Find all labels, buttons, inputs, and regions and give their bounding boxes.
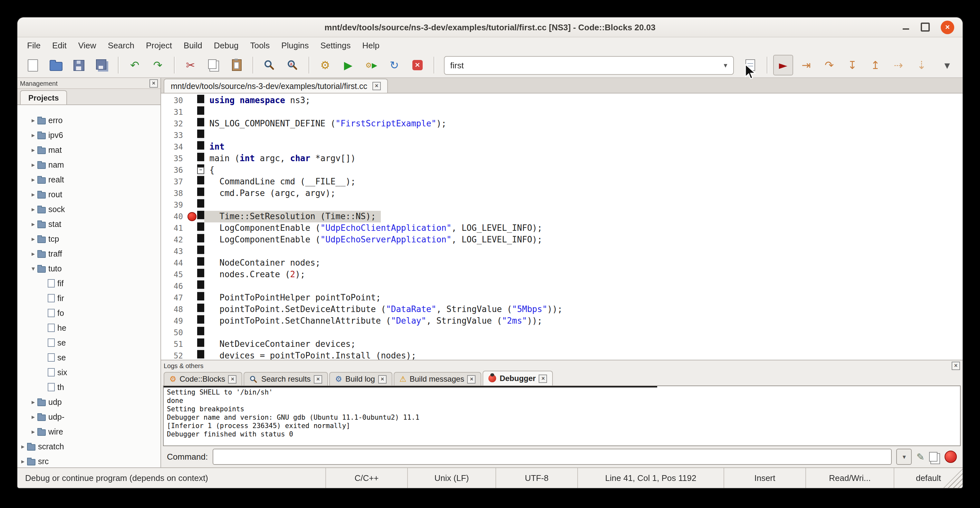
tree-item-mat[interactable]: ▸mat <box>18 142 161 157</box>
chevron-expanded-icon[interactable]: ▾ <box>29 265 37 272</box>
tab-close-icon[interactable]: × <box>314 375 322 383</box>
menu-view[interactable]: View <box>73 39 102 51</box>
breakpoint-margin[interactable] <box>187 188 197 199</box>
code-text[interactable] <box>204 327 215 338</box>
chevron-collapsed-icon[interactable]: ▸ <box>29 132 37 139</box>
copy-button[interactable] <box>203 55 224 75</box>
chevron-collapsed-icon[interactable]: ▸ <box>19 458 27 465</box>
code-text[interactable] <box>204 107 215 118</box>
code-text[interactable]: pointToPoint.SetDeviceAttribute ("DataRa… <box>204 304 568 315</box>
tree-item-realt[interactable]: ▸realt <box>18 172 161 187</box>
chevron-collapsed-icon[interactable]: ▸ <box>29 176 37 183</box>
breakpoint-margin[interactable] <box>187 153 197 164</box>
new-file-button[interactable] <box>22 55 43 75</box>
tree-item-se[interactable]: se <box>18 335 161 350</box>
code-text[interactable]: cmd.Parse (argc, argv); <box>204 188 340 199</box>
code-text[interactable]: pointToPoint.SetChannelAttribute ("Delay… <box>204 315 547 327</box>
breakpoint-margin[interactable] <box>187 292 197 304</box>
logs-tab-code-blocks[interactable]: ⚙Code::Blocks× <box>164 372 243 385</box>
chevron-collapsed-icon[interactable]: ▸ <box>29 428 37 435</box>
code-text[interactable]: devices = pointToPoint.Install (nodes); <box>204 350 422 360</box>
toolbar-overflow-button[interactable]: ▾ <box>937 55 958 75</box>
code-text[interactable]: main (int argc, char *argv[]) <box>204 153 361 164</box>
code-text[interactable]: PointToPointHelper pointToPoint; <box>204 292 386 304</box>
tree-item-rout[interactable]: ▸rout <box>18 187 161 202</box>
breakpoint-margin[interactable] <box>187 234 197 245</box>
breakpoint-margin[interactable] <box>187 141 197 153</box>
command-input[interactable] <box>212 449 892 465</box>
logs-tab-debugger[interactable]: Debugger× <box>483 371 553 385</box>
next-instruction-button[interactable]: ⇢ <box>888 55 909 75</box>
copy-log-icon[interactable] <box>929 452 937 461</box>
code-text[interactable]: NodeContainer nodes; <box>204 257 325 269</box>
breakpoint-margin[interactable] <box>187 315 197 327</box>
chevron-collapsed-icon[interactable]: ▸ <box>29 250 37 257</box>
tab-projects[interactable]: Projects <box>20 90 67 104</box>
breakpoint-margin[interactable] <box>187 118 197 130</box>
breakpoint-margin[interactable] <box>187 245 197 257</box>
breakpoint-margin[interactable] <box>187 130 197 141</box>
code-text[interactable]: int <box>204 141 230 153</box>
chevron-collapsed-icon[interactable]: ▸ <box>29 220 37 228</box>
build-and-run-button[interactable]: ⚙▶ <box>361 55 382 75</box>
breakpoint-margin[interactable] <box>187 327 197 338</box>
chevron-collapsed-icon[interactable]: ▸ <box>19 443 27 450</box>
tab-close-icon[interactable]: × <box>378 375 387 383</box>
tree-item-he[interactable]: he <box>18 320 161 335</box>
redo-button[interactable]: ↷ <box>148 55 168 75</box>
run-button[interactable]: ▶ <box>338 55 359 75</box>
chevron-collapsed-icon[interactable]: ▸ <box>29 205 37 213</box>
next-line-button[interactable]: ↷ <box>819 55 840 75</box>
breakpoint-margin[interactable] <box>187 107 197 118</box>
tree-item-wire[interactable]: ▸wire <box>18 424 161 439</box>
pencil-icon[interactable]: ✎ <box>916 451 924 463</box>
code-editor[interactable]: 30using namespace ns3;3132NS_LOG_COMPONE… <box>161 94 963 360</box>
breakpoint-margin[interactable] <box>187 95 197 107</box>
tree-item-scratch[interactable]: ▸scratch <box>18 439 161 454</box>
build-button[interactable]: ⚙ <box>315 55 336 75</box>
menu-settings[interactable]: Settings <box>314 39 356 51</box>
code-text[interactable] <box>204 280 215 292</box>
fold-marker-icon[interactable]: − <box>197 167 204 174</box>
tree-item-fif[interactable]: fif <box>18 276 161 291</box>
menu-tools[interactable]: Tools <box>244 39 275 51</box>
tree-item-ipv6[interactable]: ▸ipv6 <box>18 127 161 142</box>
debugger-output[interactable]: Setting SHELL to '/bin/sh'doneSetting br… <box>163 385 961 446</box>
debug-continue-button[interactable]: ► <box>773 55 794 75</box>
logs-tab-search-results[interactable]: Search results× <box>244 372 328 385</box>
menu-debug[interactable]: Debug <box>208 39 245 51</box>
code-text[interactable]: NS_LOG_COMPONENT_DEFINE ("FirstScriptExa… <box>204 118 452 130</box>
breakpoint-margin[interactable] <box>187 269 197 280</box>
menu-build[interactable]: Build <box>178 39 208 51</box>
tree-item-six[interactable]: six <box>18 365 161 380</box>
chevron-collapsed-icon[interactable]: ▸ <box>29 398 37 406</box>
tab-close-icon[interactable]: × <box>539 374 547 382</box>
code-text[interactable]: LogComponentEnable ("UdpEchoServerApplic… <box>204 234 547 245</box>
tree-item-stat[interactable]: ▸stat <box>18 217 161 231</box>
menu-help[interactable]: Help <box>356 39 385 51</box>
tree-item-tuto[interactable]: ▾tuto <box>18 261 161 276</box>
chevron-collapsed-icon[interactable]: ▸ <box>29 413 37 420</box>
paste-button[interactable] <box>226 55 247 75</box>
stop-debugger-icon[interactable] <box>945 451 957 463</box>
logs-tab-build-log[interactable]: ⚙Build log× <box>329 372 392 385</box>
chevron-collapsed-icon[interactable]: ▸ <box>29 161 37 168</box>
tree-item-src[interactable]: ▸src <box>18 454 161 467</box>
step-into-button[interactable]: ↧ <box>842 55 863 75</box>
breakpoint-margin[interactable] <box>187 304 197 315</box>
replace-button[interactable]: a <box>282 55 303 75</box>
breakpoint-icon[interactable] <box>188 212 197 221</box>
tree-item-sock[interactable]: ▸sock <box>18 202 161 217</box>
rebuild-button[interactable]: ↻ <box>384 55 405 75</box>
chevron-collapsed-icon[interactable]: ▸ <box>29 235 37 242</box>
menu-plugins[interactable]: Plugins <box>275 39 314 51</box>
chevron-collapsed-icon[interactable]: ▸ <box>29 191 37 198</box>
tree-item-tcp[interactable]: ▸tcp <box>18 231 161 246</box>
chevron-collapsed-icon[interactable]: ▸ <box>29 147 37 153</box>
code-text[interactable]: CommandLine cmd (__FILE__); <box>204 176 361 188</box>
logs-close-icon[interactable]: × <box>951 361 960 370</box>
find-button[interactable] <box>259 55 280 75</box>
code-text[interactable]: nodes.Create (2); <box>204 269 310 280</box>
maximize-icon[interactable] <box>921 22 930 32</box>
tree-item-se[interactable]: se <box>18 350 161 365</box>
